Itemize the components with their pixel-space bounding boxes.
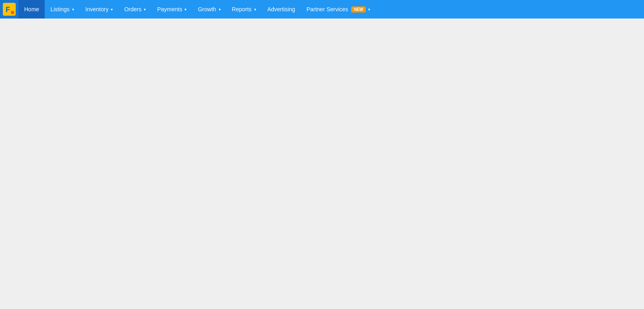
nav-item-orders[interactable]: Orders ▾ (118, 0, 151, 19)
nav-item-payments[interactable]: Payments ▾ (151, 0, 192, 19)
chevron-down-icon: ▾ (111, 7, 113, 12)
nav-link-listings[interactable]: Listings ▾ (45, 0, 79, 19)
nav-link-advertising[interactable]: Advertising (262, 0, 301, 19)
chevron-down-icon: ▾ (72, 7, 74, 12)
nav-link-home[interactable]: Home (19, 0, 45, 19)
nav-item-inventory[interactable]: Inventory ▾ (80, 0, 119, 19)
nav-link-growth[interactable]: Growth ▾ (192, 0, 226, 19)
nav-item-partner-services[interactable]: Partner Services NEW ▾ (301, 0, 376, 19)
svg-text:F: F (6, 6, 10, 14)
main-content (0, 19, 644, 309)
nav-link-partner-services[interactable]: Partner Services NEW ▾ (301, 0, 376, 19)
logo-icon: F (3, 3, 16, 16)
nav-item-listings[interactable]: Listings ▾ (45, 0, 79, 19)
nav-link-reports[interactable]: Reports ▾ (226, 0, 262, 19)
main-navigation: F Home Listings ▾ Inventory ▾ Orders ▾ (0, 0, 644, 19)
nav-link-inventory[interactable]: Inventory ▾ (80, 0, 119, 19)
nav-link-orders[interactable]: Orders ▾ (118, 0, 151, 19)
logo[interactable]: F (0, 0, 19, 19)
chevron-down-icon: ▾ (219, 7, 221, 12)
nav-item-growth[interactable]: Growth ▾ (192, 0, 226, 19)
nav-item-advertising[interactable]: Advertising (262, 0, 301, 19)
nav-item-reports[interactable]: Reports ▾ (226, 0, 262, 19)
chevron-down-icon: ▾ (368, 7, 370, 12)
nav-items-list: Home Listings ▾ Inventory ▾ Orders ▾ Pay… (19, 0, 376, 19)
nav-link-payments[interactable]: Payments ▾ (151, 0, 192, 19)
svg-point-2 (11, 11, 14, 14)
chevron-down-icon: ▾ (184, 7, 186, 12)
new-badge: NEW (351, 6, 365, 12)
nav-item-home[interactable]: Home (19, 0, 45, 19)
chevron-down-icon: ▾ (254, 7, 256, 12)
chevron-down-icon: ▾ (144, 7, 146, 12)
